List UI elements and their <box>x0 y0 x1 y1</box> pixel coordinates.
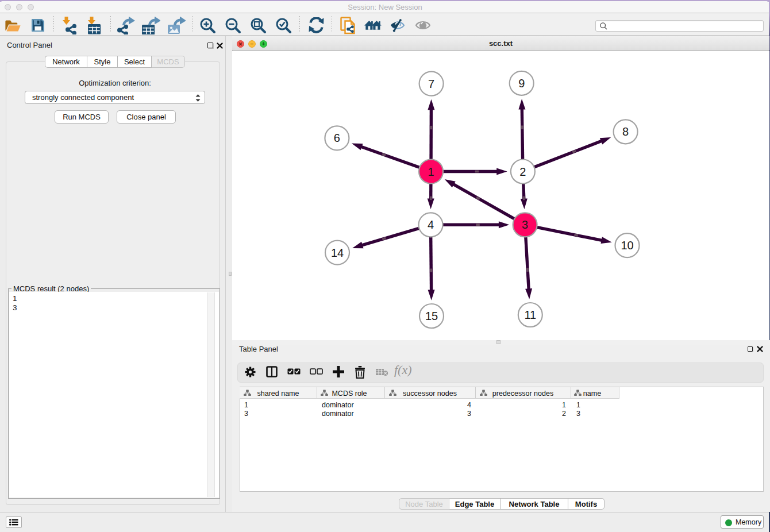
svg-text:2: 2 <box>519 165 526 178</box>
svg-text:14: 14 <box>331 246 344 259</box>
svg-text:8: 8 <box>622 125 629 138</box>
svg-text:4: 4 <box>428 218 434 231</box>
svg-text:1: 1 <box>428 165 434 178</box>
svg-text:3: 3 <box>522 218 528 231</box>
svg-text:15: 15 <box>425 310 438 322</box>
svg-text:11: 11 <box>524 309 536 321</box>
svg-text:10: 10 <box>621 239 633 252</box>
svg-text:7: 7 <box>428 78 434 90</box>
svg-text:9: 9 <box>518 77 525 90</box>
svg-text:6: 6 <box>334 132 340 144</box>
